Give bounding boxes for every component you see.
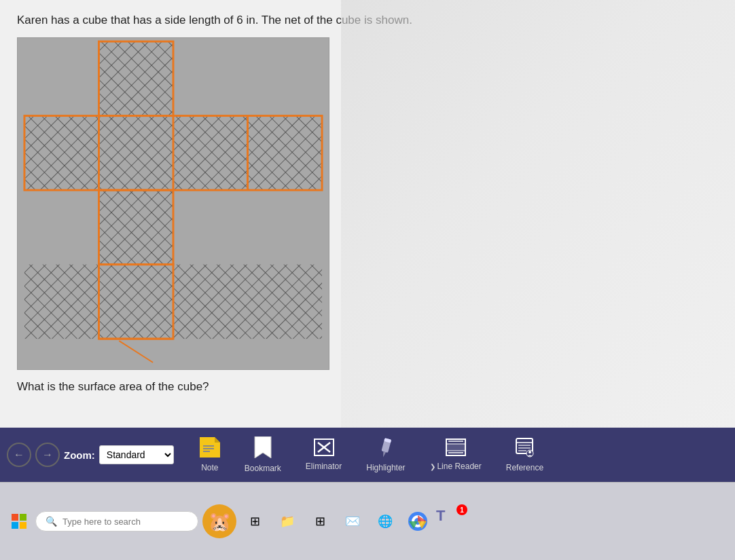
svg-rect-27	[203, 448, 214, 449]
note-label: Note	[201, 463, 218, 472]
svg-rect-11	[98, 265, 173, 339]
toolbar: ← → Zoom: Standard 1.5x 2x Note	[0, 428, 735, 482]
eliminator-label: Eliminator	[306, 462, 342, 471]
zoom-label: Zoom:	[64, 449, 95, 461]
svg-point-45	[528, 451, 531, 453]
line-reader-label: ❯ Line Reader	[430, 462, 482, 471]
svg-rect-7	[98, 116, 173, 191]
taskbar-browser-icon[interactable]: 🌐	[371, 507, 399, 536]
note-icon	[200, 437, 220, 460]
reference-tool[interactable]: Reference	[494, 432, 556, 478]
svg-rect-47	[20, 514, 26, 521]
taskbar-chrome-icon[interactable]	[404, 507, 432, 536]
note-tool[interactable]: Note	[187, 432, 232, 478]
svg-rect-49	[20, 522, 26, 529]
line-reader-icon	[446, 438, 466, 459]
svg-rect-36	[446, 444, 465, 451]
svg-rect-12	[24, 265, 99, 339]
svg-rect-6	[24, 116, 99, 191]
svg-rect-48	[12, 522, 18, 529]
zoom-section: Zoom: Standard 1.5x 2x	[64, 445, 174, 464]
taskbar-teams-icon[interactable]: T 1	[436, 507, 465, 536]
zoom-select[interactable]: Standard 1.5x 2x	[99, 445, 174, 464]
forward-button[interactable]: →	[35, 443, 60, 467]
svg-rect-10	[98, 190, 173, 265]
svg-rect-14	[248, 265, 323, 339]
taskbar-desktop-icon[interactable]: ⊞	[240, 507, 269, 536]
svg-rect-28	[203, 451, 210, 452]
svg-rect-13	[173, 265, 248, 339]
taskbar-mail-icon[interactable]: ✉️	[338, 507, 367, 536]
cube-net-diagram	[17, 37, 329, 370]
svg-marker-33	[382, 451, 386, 458]
taskbar-character-icon[interactable]: 🐹	[202, 504, 236, 538]
eliminator-tool[interactable]: Eliminator	[293, 433, 354, 477]
line-reader-chevron: ❯	[430, 463, 437, 470]
taskbar: 🔍 🐹 ⊞ 📁 ⊞ ✉️ 🌐 T 1	[0, 482, 735, 560]
reference-icon	[514, 437, 535, 460]
svg-rect-46	[12, 514, 18, 521]
notification-badge: 1	[456, 504, 467, 515]
bookmark-label: Bookmark	[245, 464, 281, 473]
svg-rect-5	[98, 41, 173, 116]
taskbar-apps-icon[interactable]: ⊞	[306, 507, 334, 536]
start-button[interactable]	[7, 509, 31, 534]
svg-rect-9	[248, 116, 323, 191]
eliminator-icon	[314, 438, 334, 459]
main-content: Karen has a cube that has a side length …	[0, 0, 735, 462]
search-icon: 🔍	[46, 516, 57, 527]
background-fade	[341, 0, 735, 428]
bookmark-icon	[253, 436, 272, 461]
svg-rect-8	[173, 116, 248, 191]
svg-marker-25	[215, 437, 220, 443]
highlighter-tool[interactable]: Highlighter	[354, 432, 417, 478]
search-input[interactable]	[62, 517, 188, 527]
search-bar[interactable]: 🔍	[35, 511, 198, 531]
bookmark-tool[interactable]: Bookmark	[232, 431, 293, 479]
line-reader-tool[interactable]: ❯ Line Reader	[418, 433, 494, 477]
reference-label: Reference	[506, 463, 543, 472]
highlighter-label: Highlighter	[366, 463, 405, 472]
svg-rect-26	[203, 445, 214, 447]
back-button[interactable]: ←	[7, 443, 31, 467]
taskbar-file-explorer-icon[interactable]: 📁	[273, 507, 302, 536]
highlighter-icon	[376, 437, 396, 460]
